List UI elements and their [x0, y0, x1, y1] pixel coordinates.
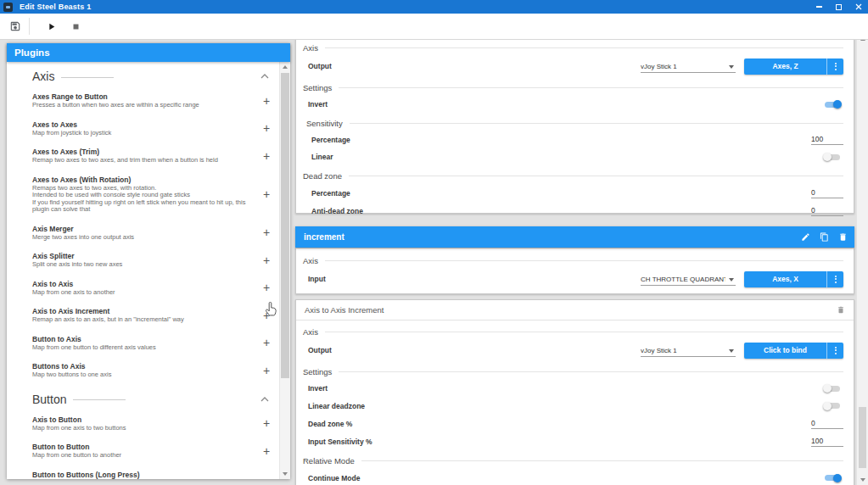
sub-plugin-header: Axis to Axis Increment: [296, 300, 854, 321]
section-header-button[interactable]: Button: [32, 385, 276, 410]
add-plugin-button[interactable]: +: [257, 148, 276, 164]
add-plugin-button[interactable]: +: [257, 187, 276, 202]
plugin-desc: Map from one button to another: [32, 452, 252, 460]
row-label: Continue Mode: [308, 474, 360, 482]
bind-label: Axes, Z: [744, 59, 826, 75]
kebab-menu-icon[interactable]: [826, 271, 843, 287]
maximize-button[interactable]: [829, 0, 848, 14]
editor-scrollbar[interactable]: [856, 34, 868, 485]
row-label: Percentage: [311, 189, 350, 198]
plugin-desc: Remap an axis to an axis, but in an "inc…: [32, 316, 252, 324]
divider: [350, 123, 843, 124]
continue-mode-row: Continue Mode: [296, 469, 843, 485]
anti-deadzone-input[interactable]: 0: [811, 206, 843, 216]
plugin-name: Button to Button: [32, 443, 252, 451]
add-plugin-button[interactable]: +: [257, 443, 276, 459]
input-sensitivity-input[interactable]: 100: [811, 437, 843, 447]
plugins-list: Axis Axes Range to ButtonPresses a butto…: [7, 62, 279, 479]
plugin-name: Axes to Axes (With Rotation): [32, 176, 252, 184]
add-plugin-button[interactable]: +: [257, 335, 276, 350]
output-bind-button[interactable]: Axes, Z: [744, 59, 843, 75]
list-item: Axis SplitterSplit one axis into two new…: [32, 247, 276, 275]
section-label: Settings: [303, 367, 332, 376]
delete-icon[interactable]: [838, 232, 848, 242]
app-icon: [3, 3, 13, 12]
row-label: Output: [308, 62, 332, 70]
divider: [325, 47, 843, 48]
linear-deadzone-row: Linear deadzone: [296, 397, 843, 415]
plugin-desc: Map from one axis to another: [32, 289, 252, 297]
output-bind-button[interactable]: Click to bind: [744, 343, 843, 359]
plus-icon: +: [263, 444, 270, 458]
output-device-select[interactable]: vJoy Stick 1: [641, 59, 736, 73]
linear-toggle[interactable]: [823, 152, 842, 162]
list-item: Button to Buttons (Long Press)Remap one …: [32, 465, 276, 480]
row-label: Invert: [308, 384, 328, 393]
stop-icon: [70, 21, 81, 32]
copy-icon[interactable]: [820, 232, 829, 242]
divider: [339, 87, 843, 88]
minimize-icon: [816, 6, 822, 8]
plus-icon: +: [263, 121, 270, 135]
minimize-button[interactable]: [809, 0, 829, 14]
section-title: Button: [32, 393, 66, 406]
chevron-up-icon[interactable]: [260, 74, 269, 79]
output-row: Output vJoy Stick 1 Axes, Z: [296, 55, 843, 77]
section-dead-zone: Dead zone: [296, 167, 843, 184]
delete-icon[interactable]: [837, 305, 845, 315]
scrollbar-thumb[interactable]: [281, 73, 289, 378]
output-device-select[interactable]: vJoy Stick 1: [641, 343, 736, 357]
edit-icon[interactable]: [801, 232, 810, 242]
row-label: Output: [308, 346, 332, 354]
deadzone-percentage-input[interactable]: 0: [811, 188, 843, 198]
chevron-up-icon[interactable]: [260, 397, 269, 402]
add-plugin-button[interactable]: +: [257, 225, 276, 240]
increment-card-body: Axis Input CH THROTTLE QUADRANT Axes, X: [295, 248, 854, 294]
add-plugin-button[interactable]: +: [257, 120, 276, 136]
section-label: Axis: [303, 43, 318, 53]
continue-mode-toggle[interactable]: [823, 473, 842, 483]
list-item: Button to ButtonMap from one button to a…: [32, 438, 276, 465]
row-label: Dead zone %: [308, 420, 352, 428]
section-axis: Axis: [296, 40, 843, 55]
input-bind-button[interactable]: Axes, X: [744, 271, 843, 287]
row-label: Percentage: [311, 136, 350, 144]
scroll-up-icon[interactable]: [280, 62, 290, 72]
section-label: Dead zone: [303, 171, 342, 181]
input-sensitivity-row: Input Sensitivity % 100: [296, 432, 843, 450]
linear-deadzone-toggle[interactable]: [823, 401, 842, 411]
section-header-axis[interactable]: Axis: [32, 62, 276, 87]
add-plugin-button[interactable]: +: [257, 93, 276, 109]
divider: [325, 260, 843, 261]
close-button[interactable]: [848, 0, 868, 14]
deadzone-pct-input[interactable]: 0: [811, 419, 843, 429]
list-item: Axes to Axes (Trim)Remap two axes to two…: [32, 142, 276, 170]
scrollbar-thumb[interactable]: [859, 407, 866, 468]
plus-icon: +: [263, 336, 270, 349]
bind-label: Axes, X: [744, 271, 826, 287]
add-plugin-button[interactable]: +: [257, 415, 276, 431]
play-button[interactable]: [40, 16, 62, 36]
add-plugin-button[interactable]: +: [257, 280, 276, 295]
sub-plugin-title: Axis to Axis Increment: [305, 305, 384, 315]
add-plugin-button[interactable]: +: [257, 253, 276, 268]
list-item: Axis to AxisMap from one axis to another…: [32, 275, 276, 303]
sensitivity-percentage-input[interactable]: 100: [811, 135, 843, 145]
plugins-scrollbar[interactable]: [279, 62, 290, 479]
titlebar: Edit Steel Beasts 1: [0, 0, 868, 14]
list-item: Axes to AxesMap from joystick to joystic…: [32, 115, 276, 143]
stop-button[interactable]: [64, 16, 87, 36]
kebab-menu-icon[interactable]: [826, 59, 843, 75]
invert-toggle[interactable]: [823, 99, 842, 109]
add-plugin-button[interactable]: +: [257, 475, 276, 480]
add-plugin-button[interactable]: +: [257, 363, 276, 378]
scroll-down-icon[interactable]: [280, 469, 290, 479]
save-button[interactable]: [4, 16, 26, 36]
scroll-down-icon[interactable]: [857, 475, 868, 485]
section-title: Axis: [32, 70, 54, 83]
input-device-select[interactable]: CH THROTTLE QUADRANT: [641, 272, 736, 286]
plugin-desc: Remap two axes to two axes, and trim the…: [32, 157, 252, 164]
kebab-menu-icon[interactable]: [826, 343, 843, 359]
deadzone-percentage-row: Percentage 0: [296, 184, 843, 202]
invert-toggle[interactable]: [823, 383, 842, 393]
